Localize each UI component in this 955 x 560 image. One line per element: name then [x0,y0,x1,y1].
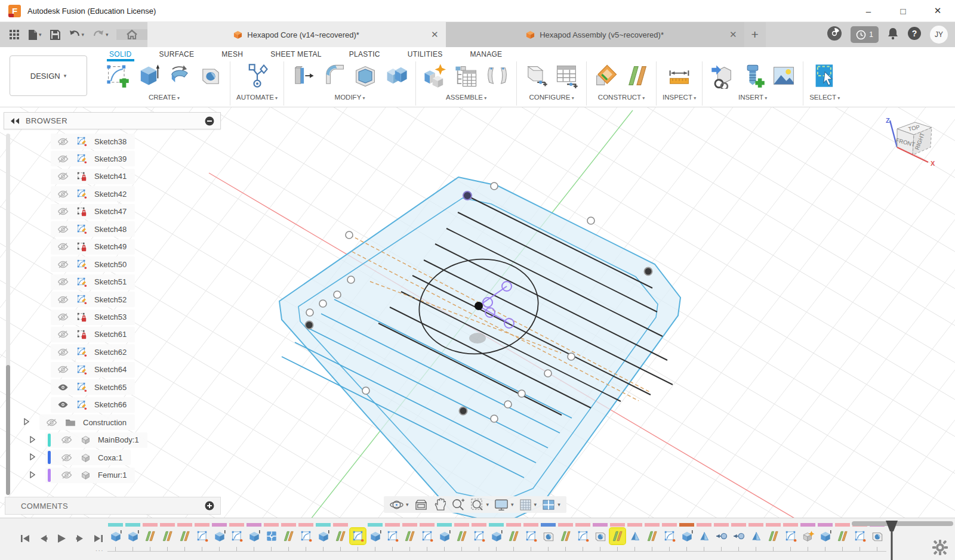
browser-item-sketch62[interactable]: Sketch62 [51,344,135,360]
browser-item-label[interactable]: Sketch52 [94,295,127,304]
browser-item-label[interactable]: Sketch51 [94,277,127,286]
browser-item-sketch49[interactable]: Sketch49 [51,239,135,255]
ribbon-tab-solid[interactable]: SOLID [109,50,132,58]
browser-item-label[interactable]: Construction [83,418,127,427]
plane-feature-icon[interactable] [835,528,850,544]
ribbon-group-label[interactable]: CREATE [149,94,180,101]
plane-feature-icon[interactable] [558,528,573,544]
visibility-eye-icon[interactable] [56,225,70,233]
move-feature-icon[interactable] [714,528,729,544]
browser-item-label[interactable]: Sketch53 [94,313,127,321]
visibility-eye-icon[interactable] [56,313,70,321]
step-back-button[interactable] [39,534,48,545]
ribbon-group-label[interactable]: MODIFY [335,94,365,101]
browser-item-label[interactable]: Sketch38 [94,137,127,146]
undo-caret-icon[interactable]: ▾ [82,32,85,38]
ribbon-group-label[interactable]: SELECT [809,94,840,101]
browser-item-label[interactable]: MainBody:1 [98,435,139,444]
help-icon[interactable]: ? [907,26,922,43]
visibility-eye-icon[interactable] [56,401,70,409]
display-settings-icon[interactable]: ▾ [494,499,514,511]
browser-item-sketch64[interactable]: Sketch64 [51,362,135,378]
select-icon[interactable] [812,63,838,91]
orbit-icon[interactable]: ▾ [390,498,409,512]
configure-icon[interactable] [523,63,549,91]
hole-icon[interactable] [198,63,224,91]
ribbon-group-label[interactable]: INSERT [738,94,767,101]
insert-image-icon[interactable] [771,63,797,91]
browser-item-label[interactable]: Sketch42 [94,190,127,199]
component-feature-icon[interactable] [800,528,815,544]
extrude-feature-icon[interactable] [679,528,694,544]
sketch-feature-icon[interactable] [783,528,798,544]
sketch-feature-icon[interactable] [472,528,486,544]
move-feature-icon[interactable] [731,528,746,544]
pan-icon[interactable] [433,498,446,511]
expand-arrow-icon[interactable] [26,452,38,463]
workspace-selector[interactable]: DESIGN▾ [10,55,87,96]
insert-fastener-icon[interactable] [740,63,766,91]
fit-icon[interactable]: ▾ [470,498,489,512]
extrude-icon[interactable] [135,63,162,91]
browser-scrollbar[interactable] [6,134,10,483]
extensions-icon[interactable] [827,26,842,44]
ribbon-group-label[interactable]: CONSTRUCT [598,94,645,101]
ribbon-tab-sheet-metal[interactable]: SHEET METAL [270,50,322,58]
tab-close-icon[interactable]: ✕ [729,29,737,40]
measure-icon[interactable] [666,63,692,91]
fillet-icon[interactable] [321,63,347,91]
save-button[interactable] [46,22,64,47]
browser-item-sketch47[interactable]: Sketch47 [51,204,135,219]
new-tab-button[interactable]: + [744,22,766,47]
app-grid-icon[interactable] [5,22,24,47]
sketch-feature-icon[interactable] [420,528,435,544]
ribbon-tab-manage[interactable]: MANAGE [470,50,503,58]
visibility-eye-icon[interactable] [56,155,70,163]
comments-panel-header[interactable]: COMMENTS [5,497,221,515]
plane-feature-icon[interactable] [281,528,296,544]
viewports-icon[interactable]: ▾ [542,499,560,511]
configuration-table-icon[interactable] [554,63,580,91]
mirror-feature-icon[interactable] [748,528,763,544]
document-tab-hexapod-assembly[interactable]: Hexapod Assembly (v5~recovered)* ✕ [446,22,744,47]
visibility-eye-icon[interactable] [59,471,73,479]
browser-scrollbar-thumb[interactable] [6,365,10,495]
browser-item-label[interactable]: Sketch61 [94,330,127,339]
extrude-feature-icon[interactable] [108,528,123,544]
tab-close-icon[interactable]: ✕ [431,29,439,40]
file-menu-caret-icon[interactable]: ▾ [39,32,42,38]
joint-icon[interactable] [484,63,510,91]
plane-feature-icon[interactable] [645,528,660,544]
extrude-feature-icon[interactable] [212,528,227,544]
minimize-button[interactable]: – [851,0,886,21]
timeline-settings-gear-icon[interactable] [932,540,948,558]
ribbon-group-label[interactable]: CONFIGURE [529,94,574,101]
plane-feature-icon[interactable] [333,528,348,544]
plane-feature-icon[interactable] [160,528,175,544]
play-button[interactable] [57,534,66,546]
browser-item-label[interactable]: Sketch66 [94,400,127,409]
visibility-eye-icon[interactable] [56,261,70,268]
browser-item-sketch50[interactable]: Sketch50 [51,256,135,272]
timeline-scrollbar[interactable] [852,521,953,526]
plane-feature-icon[interactable] [506,528,521,544]
ribbon-group-label[interactable]: INSPECT [663,94,696,101]
create-sketch-icon[interactable] [104,63,131,91]
view-cube[interactable]: Z TOP FRONT RIGHT X [879,115,939,174]
bom-icon[interactable] [453,63,479,91]
expand-arrow-icon[interactable] [20,417,32,428]
visibility-eye-icon[interactable] [56,330,70,338]
browser-item-label[interactable]: Sketch64 [94,365,127,374]
browser-item-sketch52[interactable]: Sketch52 [51,292,135,307]
sketch-feature-icon[interactable] [575,528,590,544]
sketch-feature-icon[interactable] [523,528,538,544]
sketch-feature-icon[interactable] [298,528,313,544]
visibility-eye-icon[interactable] [56,208,70,215]
visibility-eye-icon[interactable] [56,138,70,146]
extrude-feature-icon[interactable] [247,528,261,544]
go-to-end-button[interactable] [94,534,103,545]
redo-caret-icon[interactable]: ▾ [106,32,109,38]
step-forward-button[interactable] [76,534,84,545]
model-canvas[interactable] [0,107,955,519]
visibility-eye-icon[interactable] [56,243,70,250]
